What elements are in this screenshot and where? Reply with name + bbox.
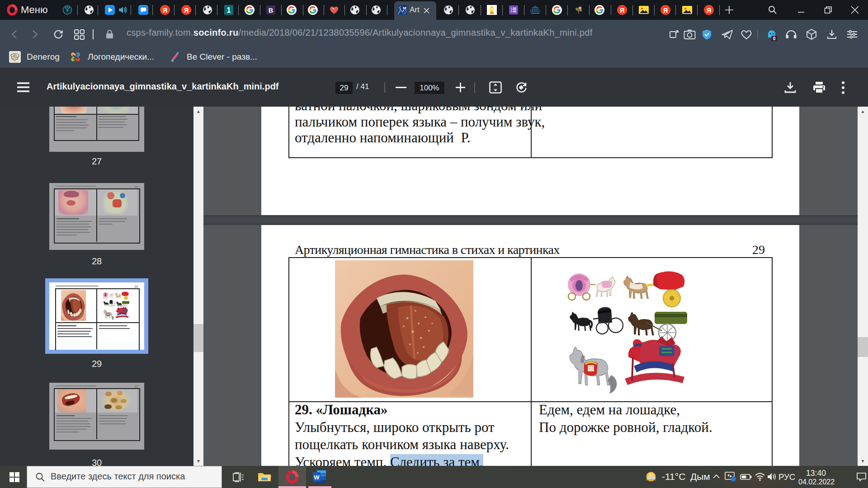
svg-text:0: 0 bbox=[773, 36, 776, 41]
svg-text:W: W bbox=[314, 474, 320, 481]
